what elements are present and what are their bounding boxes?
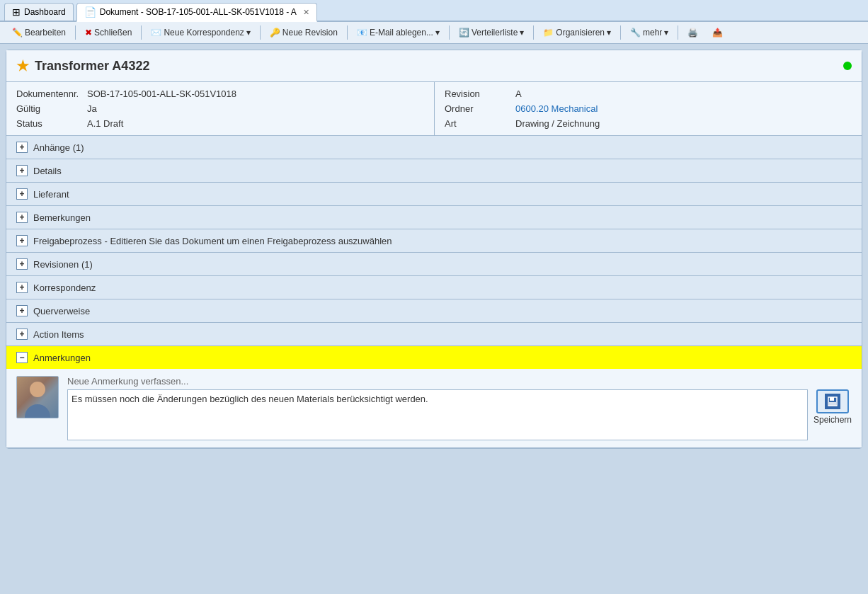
separator-5 — [449, 25, 450, 40]
user-avatar — [16, 376, 59, 418]
dashboard-icon: ⊞ — [12, 6, 21, 18]
star-icon[interactable]: ★ — [16, 57, 29, 74]
info-row-art: Art Drawing / Zeichnung — [445, 116, 852, 131]
tab-bar: ⊞ Dashboard 📄 Dokument - SOB-17-105-001-… — [0, 0, 868, 22]
neue-revision-button[interactable]: 🔑 Neue Revision — [263, 25, 344, 40]
expand-freigabeprozess-icon[interactable]: + — [16, 235, 28, 246]
expand-anhaenge-icon[interactable]: + — [16, 142, 28, 153]
section-anhaenge-header[interactable]: + Anhänge (1) — [6, 136, 862, 159]
bearbeiten-icon: ✏️ — [12, 28, 23, 38]
verteilerliste-label: Verteilerliste — [472, 28, 518, 38]
mehr-dropdown-icon: ▾ — [664, 28, 668, 38]
bearbeiten-button[interactable]: ✏️ Bearbeiten — [6, 25, 72, 40]
email-ablegen-button[interactable]: 📧 E-Mail ablegen... ▾ — [350, 25, 446, 40]
revision-icon: 🔑 — [270, 28, 280, 38]
anmerkungen-content: Neue Anmerkung verfassen... Es müssen no… — [6, 369, 862, 447]
tab-document[interactable]: 📄 Dokument - SOB-17-105-001-ALL-SK-051V1… — [76, 3, 317, 22]
section-querverweise-header[interactable]: + Querverweise — [6, 299, 862, 322]
avatar-image — [17, 376, 58, 418]
tab-dashboard-label: Dashboard — [24, 7, 66, 17]
print-button[interactable]: 🖨️ — [681, 25, 704, 40]
info-row-revision: Revision A — [445, 86, 852, 101]
verteilerliste-dropdown-icon: ▾ — [520, 28, 524, 38]
email-ablegen-label: E-Mail ablegen... — [370, 28, 433, 38]
expand-action-items-icon[interactable]: + — [16, 329, 28, 340]
section-action-items-header[interactable]: + Action Items — [6, 323, 862, 345]
section-querverweise: + Querverweise — [6, 299, 862, 323]
label-status: Status — [16, 118, 87, 129]
expand-korrespondenz-icon[interactable]: + — [16, 282, 28, 293]
verteilerliste-icon: 🔄 — [459, 28, 469, 38]
section-anmerkungen: − Anmerkungen Neue Anmerkung verfassen..… — [6, 346, 862, 448]
schliessen-icon: ✖ — [85, 28, 92, 38]
section-bemerkungen-header[interactable]: + Bemerkungen — [6, 206, 862, 229]
expand-lieferant-icon[interactable]: + — [16, 188, 28, 200]
section-revisionen-header[interactable]: + Revisionen (1) — [6, 253, 862, 275]
section-revisionen-title: Revisionen (1) — [33, 259, 93, 270]
section-action-items: + Action Items — [6, 323, 862, 346]
info-left-panel: Dokumentennr. SOB-17-105-001-ALL-SK-051V… — [6, 82, 434, 135]
separator-4 — [347, 25, 348, 40]
expand-anmerkungen-icon[interactable]: − — [16, 352, 28, 363]
value-revision: A — [515, 88, 522, 99]
export-icon: 📤 — [712, 28, 723, 38]
separator-1 — [75, 25, 76, 40]
expand-bemerkungen-icon[interactable]: + — [16, 212, 28, 223]
separator-3 — [260, 25, 261, 40]
neue-korrespondenz-button[interactable]: ✉️ Neue Korrespondenz ▾ — [144, 25, 256, 40]
section-lieferant-header[interactable]: + Lieferant — [6, 183, 862, 205]
email-dropdown-icon: ▾ — [435, 28, 440, 38]
export-button[interactable]: 📤 — [706, 25, 729, 40]
label-gueltig: Gültig — [16, 103, 87, 114]
email-icon: 📧 — [357, 28, 367, 38]
section-revisionen: + Revisionen (1) — [6, 253, 862, 276]
organisieren-icon: 📁 — [543, 28, 554, 38]
mehr-button[interactable]: 🔧 mehr ▾ — [624, 25, 675, 40]
section-anhaenge-title: Anhänge (1) — [33, 142, 84, 153]
neue-korrespondenz-label: Neue Korrespondenz — [164, 28, 244, 38]
section-action-items-title: Action Items — [33, 329, 84, 340]
save-button[interactable] — [816, 389, 849, 413]
schliessen-button[interactable]: ✖ Schließen — [79, 25, 138, 40]
document-header: ★ Transformer A4322 — [6, 50, 862, 81]
comment-area: Neue Anmerkung verfassen... Es müssen no… — [16, 376, 852, 440]
section-freigabeprozess-header[interactable]: + Freigabeprozess - Editieren Sie das Do… — [6, 229, 862, 252]
close-tab-button[interactable]: ✕ — [303, 8, 309, 17]
online-status-indicator — [843, 62, 852, 70]
section-details-header[interactable]: + Details — [6, 159, 862, 182]
section-korrespondenz-header[interactable]: + Korrespondenz — [6, 276, 862, 299]
verteilerliste-button[interactable]: 🔄 Verteilerliste ▾ — [452, 25, 530, 40]
value-status: A.1 Draft — [87, 118, 123, 129]
expand-querverweise-icon[interactable]: + — [16, 305, 28, 316]
comment-input-row: Es müssen noch die Änderungen bezüglich … — [67, 389, 852, 440]
neue-revision-label: Neue Revision — [282, 28, 338, 38]
section-querverweise-title: Querverweise — [33, 306, 90, 316]
section-korrespondenz-title: Korrespondenz — [33, 282, 96, 293]
svg-rect-1 — [830, 397, 834, 401]
label-art: Art — [445, 118, 515, 129]
save-button-container: Speichern — [813, 389, 852, 425]
document-info-grid: Dokumentennr. SOB-17-105-001-ALL-SK-051V… — [6, 81, 862, 136]
bearbeiten-label: Bearbeiten — [25, 28, 66, 38]
document-title-row: ★ Transformer A4322 — [16, 57, 149, 74]
document-title: Transformer A4322 — [35, 59, 149, 74]
section-freigabeprozess: + Freigabeprozess - Editieren Sie das Do… — [6, 229, 862, 253]
info-right-panel: Revision A Ordner 0600.20 Mechanical Art… — [434, 82, 862, 135]
avatar-face — [30, 382, 45, 397]
tab-dashboard[interactable]: ⊞ Dashboard — [4, 3, 74, 21]
section-anmerkungen-header[interactable]: − Anmerkungen — [6, 346, 862, 369]
section-details-title: Details — [33, 166, 62, 176]
toolbar: ✏️ Bearbeiten ✖ Schließen ✉️ Neue Korres… — [0, 22, 868, 44]
value-ordner[interactable]: 0600.20 Mechanical — [515, 103, 598, 114]
info-row-dokumentennr: Dokumentennr. SOB-17-105-001-ALL-SK-051V… — [16, 86, 424, 101]
expand-revisionen-icon[interactable]: + — [16, 258, 28, 270]
label-dokumentennr: Dokumentennr. — [16, 88, 87, 99]
section-korrespondenz: + Korrespondenz — [6, 276, 862, 299]
mehr-icon: 🔧 — [630, 28, 641, 38]
schliessen-label: Schließen — [94, 28, 132, 38]
expand-details-icon[interactable]: + — [16, 165, 28, 176]
organisieren-button[interactable]: 📁 Organisieren ▾ — [537, 25, 617, 40]
main-content: ★ Transformer A4322 Dokumentennr. SOB-17… — [6, 50, 862, 449]
comment-textarea[interactable]: Es müssen noch die Änderungen bezüglich … — [67, 389, 808, 440]
label-ordner: Ordner — [445, 103, 515, 114]
